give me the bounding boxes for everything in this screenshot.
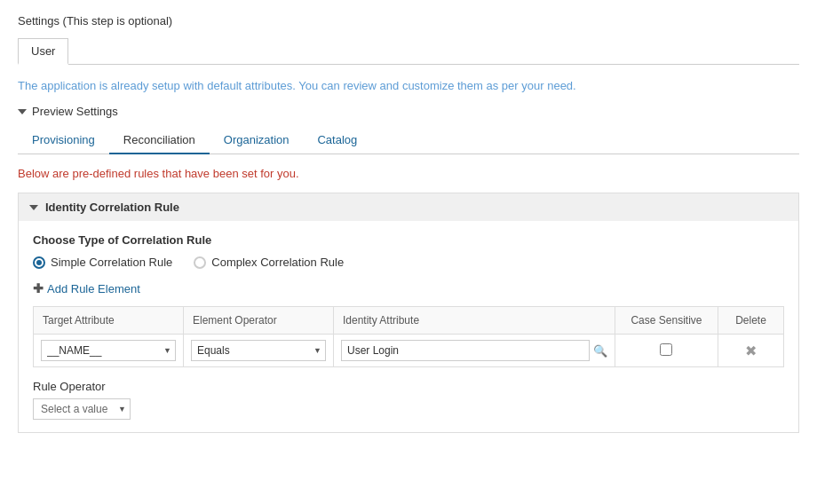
preview-settings-label: Preview Settings (32, 105, 118, 118)
tab-user[interactable]: User (18, 38, 68, 65)
choose-type-label: Choose Type of Correlation Rule (33, 233, 784, 247)
table-row: __NAME__ ▼ Equals ▼ (34, 335, 784, 367)
correlation-section: Identity Correlation Rule Choose Type of… (18, 193, 799, 433)
radio-complex-label: Complex Correlation Rule (211, 256, 344, 269)
radio-complex[interactable]: Complex Correlation Rule (194, 256, 344, 269)
radio-simple-inner (36, 260, 42, 265)
triangle-down-icon (18, 109, 27, 114)
correlation-toggle-icon (29, 205, 38, 210)
td-element-operator: Equals ▼ (184, 335, 334, 367)
rule-operator-select-wrapper: Select a value ▼ (33, 398, 131, 420)
element-operator-select-wrapper: Equals ▼ (191, 340, 326, 361)
correlation-body: Choose Type of Correlation Rule Simple C… (19, 221, 798, 432)
correlation-header: Identity Correlation Rule (19, 193, 798, 221)
th-delete: Delete (718, 307, 784, 335)
add-rule-button[interactable]: ✚ Add Rule Element (33, 281, 784, 295)
rule-operator-section: Rule Operator Select a value ▼ (33, 380, 784, 420)
predefined-text: Below are pre-defined rules that have be… (18, 167, 799, 180)
tab-reconciliation[interactable]: Reconciliation (109, 127, 210, 154)
radio-simple[interactable]: Simple Correlation Rule (33, 256, 172, 269)
td-case-sensitive (615, 335, 718, 367)
tab-provisioning[interactable]: Provisioning (18, 127, 109, 154)
radio-simple-circle (33, 256, 45, 269)
td-identity-attribute: 🔍 (334, 335, 615, 367)
preview-settings-toggle[interactable]: Preview Settings (18, 105, 799, 118)
rule-operator-label: Rule Operator (33, 380, 784, 393)
target-attribute-select-wrapper: __NAME__ ▼ (41, 340, 176, 361)
correlation-header-label: Identity Correlation Rule (45, 201, 179, 214)
search-icon[interactable]: 🔍 (593, 344, 607, 358)
th-target-attribute: Target Attribute (34, 307, 184, 335)
rule-operator-select[interactable]: Select a value (33, 398, 131, 420)
target-attribute-select[interactable]: __NAME__ (41, 340, 176, 361)
identity-attribute-input[interactable] (341, 340, 590, 361)
radio-group: Simple Correlation Rule Complex Correlat… (33, 256, 784, 269)
element-operator-select[interactable]: Equals (191, 340, 326, 361)
th-element-operator: Element Operator (184, 307, 334, 335)
td-delete: ✖ (718, 335, 784, 367)
tab-catalog[interactable]: Catalog (303, 127, 371, 154)
radio-simple-label: Simple Correlation Rule (51, 256, 172, 269)
settings-title: Settings (This step is optional) (18, 14, 799, 28)
th-identity-attribute: Identity Attribute (334, 307, 615, 335)
td-target-attribute: __NAME__ ▼ (34, 335, 184, 367)
info-text: The application is already setup with de… (18, 79, 799, 92)
radio-complex-circle (194, 256, 206, 269)
tab-organization[interactable]: Organization (210, 127, 304, 154)
th-case-sensitive: Case Sensitive (615, 307, 718, 335)
case-sensitive-checkbox[interactable] (660, 343, 672, 356)
add-rule-label: Add Rule Element (47, 282, 140, 295)
delete-row-button[interactable]: ✖ (726, 343, 776, 359)
plus-icon: ✚ (33, 281, 44, 295)
identity-attr-cell: 🔍 (341, 340, 607, 361)
page-container: Settings (This step is optional) User Th… (0, 0, 817, 461)
rule-table: Target Attribute Element Operator Identi… (33, 306, 784, 367)
user-tab-bar: User (18, 38, 799, 65)
inner-tab-bar: Provisioning Reconciliation Organization… (18, 127, 799, 154)
